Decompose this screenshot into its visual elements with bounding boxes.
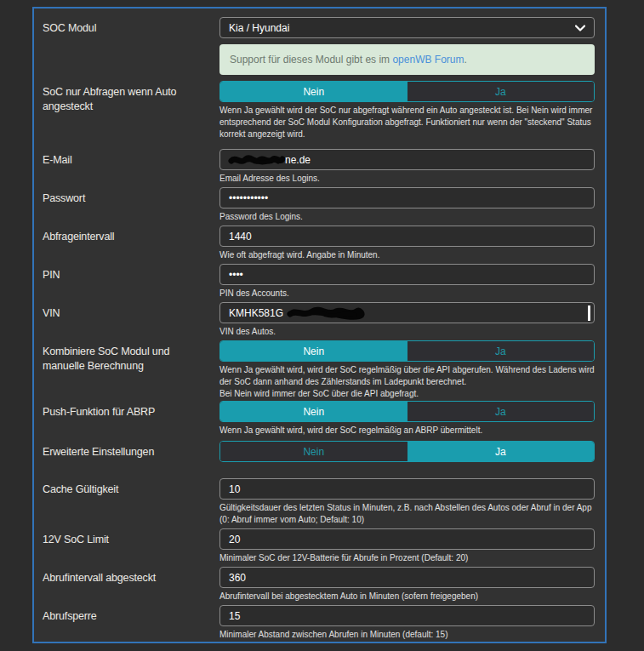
kombiniere-help-line1: Wenn Ja gewählt wird, wird der SoC regel… bbox=[219, 364, 595, 388]
cache-field[interactable] bbox=[219, 478, 595, 500]
row-abrp: Push-Funktion für ABRP Nein Ja Wenn Ja g… bbox=[43, 401, 595, 437]
soc-modul-label: SOC Modul bbox=[43, 17, 219, 75]
soc-module-settings-panel: SOC Modul Kia / Hyundai Support für dies… bbox=[32, 7, 607, 643]
cache-help: Gültigkeitsdauer des letzten Status in M… bbox=[219, 502, 595, 526]
row-erweitert: Erweiterte Einstellungen Nein Ja bbox=[43, 441, 595, 462]
redaction-scribble bbox=[287, 306, 365, 319]
support-info-alert: Support für dieses Modul gibt es im open… bbox=[219, 44, 595, 75]
soc-modul-selected-value: Kia / Hyundai bbox=[229, 22, 289, 34]
passwort-field[interactable] bbox=[219, 187, 595, 208]
row-soc-modul: SOC Modul Kia / Hyundai Support für dies… bbox=[43, 17, 595, 75]
soc-nur-angesteckt-help: Wenn Ja gewählt wird der SoC nur abgefra… bbox=[219, 105, 595, 140]
toggle-option-nein[interactable]: Nein bbox=[220, 402, 407, 421]
email-help: Email Adresse des Logins. bbox=[219, 173, 595, 185]
row-12v-limit: 12V SoC Limit Minimaler SoC der 12V-Batt… bbox=[43, 528, 595, 564]
abrp-toggle: Nein Ja bbox=[219, 401, 595, 422]
toggle-option-ja[interactable]: Ja bbox=[407, 341, 595, 361]
abrufsperre-label: Abrufsperre bbox=[43, 605, 219, 641]
text-cursor bbox=[588, 306, 590, 321]
soc-nur-angesteckt-label: SoC nur Abfragen wenn Auto angesteckt bbox=[43, 81, 219, 140]
kombiniere-help-line2: Bei Nein wird immer der SoC über die API… bbox=[219, 388, 595, 400]
email-visible-tail: ne.de bbox=[285, 154, 311, 166]
abruf-abgesteckt-help: Abrufintervall bei abgestecktem Auto in … bbox=[219, 591, 595, 602]
abfrageintervall-label: Abfrageintervall bbox=[43, 226, 219, 261]
abrufsperre-help: Minimaler Abstand zwischen Abrufen in Mi… bbox=[219, 629, 595, 641]
kombiniere-toggle: Nein Ja bbox=[219, 340, 595, 362]
toggle-option-ja[interactable]: Ja bbox=[407, 82, 595, 101]
toggle-option-ja[interactable]: Ja bbox=[407, 402, 595, 421]
kombiniere-label: Kombiniere SoC Modul und manuelle Berech… bbox=[43, 340, 219, 400]
passwort-help: Password des Logins. bbox=[219, 211, 595, 223]
soc-modul-select[interactable]: Kia / Hyundai bbox=[219, 17, 595, 38]
vin-visible-head: KMHK581G bbox=[229, 307, 283, 319]
support-alert-text: Support für dieses Modul gibt es im bbox=[230, 54, 392, 66]
vin-field[interactable]: KMHK581G bbox=[219, 302, 595, 323]
row-cache: Cache Gültigkeit Gültigkeitsdauer des le… bbox=[43, 478, 595, 526]
abrufsperre-field[interactable] bbox=[219, 605, 595, 626]
abfrageintervall-help: Wie oft abgefragt wird. Angabe in Minute… bbox=[219, 249, 595, 261]
passwort-label: Passwort bbox=[43, 187, 219, 223]
row-passwort: Passwort Password des Logins. bbox=[43, 187, 595, 223]
abruf-abgesteckt-label: Abrufintervall abgesteckt bbox=[43, 567, 219, 602]
soc-nur-angesteckt-toggle: Nein Ja bbox=[219, 81, 595, 102]
abfrageintervall-field[interactable] bbox=[219, 226, 595, 247]
vin-help: VIN des Autos. bbox=[219, 326, 595, 338]
erweitert-label: Erweiterte Einstellungen bbox=[43, 441, 219, 462]
erweitert-toggle: Nein Ja bbox=[219, 441, 595, 462]
support-alert-suffix: . bbox=[464, 54, 466, 66]
row-abfrageintervall: Abfrageintervall Wie oft abgefragt wird.… bbox=[43, 226, 595, 261]
pin-field[interactable] bbox=[219, 264, 595, 285]
pin-help: PIN des Accounts. bbox=[219, 288, 595, 300]
row-vin: VIN KMHK581G VIN des Autos. bbox=[43, 302, 595, 338]
email-field[interactable]: ne.de bbox=[219, 149, 595, 170]
toggle-option-nein[interactable]: Nein bbox=[220, 82, 407, 101]
toggle-option-ja[interactable]: Ja bbox=[407, 442, 595, 461]
openwb-forum-link[interactable]: openWB Forum bbox=[392, 54, 464, 66]
email-label: E-Mail bbox=[43, 149, 219, 185]
abrp-label: Push-Funktion für ABRP bbox=[43, 401, 219, 437]
row-soc-nur-angesteckt: SoC nur Abfragen wenn Auto angesteckt Ne… bbox=[43, 81, 595, 140]
row-email: E-Mail ne.de Email Adresse des Logins. bbox=[43, 149, 595, 185]
abruf-abgesteckt-field[interactable] bbox=[219, 567, 595, 588]
kombiniere-help: Wenn Ja gewählt wird, wird der SoC regel… bbox=[219, 364, 595, 400]
toggle-option-nein[interactable]: Nein bbox=[220, 341, 407, 361]
abrp-help: Wenn Ja gewählt wird, wird der SoC regel… bbox=[219, 425, 595, 437]
row-kombiniere: Kombiniere SoC Modul und manuelle Berech… bbox=[43, 340, 595, 400]
12v-limit-field[interactable] bbox=[219, 528, 595, 550]
vin-label: VIN bbox=[43, 302, 219, 338]
redaction-scribble bbox=[229, 154, 285, 166]
row-abruf-abgesteckt: Abrufintervall abgesteckt Abrufintervall… bbox=[43, 567, 595, 602]
cache-label: Cache Gültigkeit bbox=[43, 478, 219, 526]
12v-limit-help: Minimaler SoC der 12V-Batterie für Abruf… bbox=[219, 552, 595, 564]
row-abrufsperre: Abrufsperre Minimaler Abstand zwischen A… bbox=[43, 605, 595, 641]
row-pin: PIN PIN des Accounts. bbox=[43, 264, 595, 300]
pin-label: PIN bbox=[43, 264, 219, 300]
12v-limit-label: 12V SoC Limit bbox=[43, 528, 219, 564]
toggle-option-nein[interactable]: Nein bbox=[220, 442, 407, 461]
chevron-down-icon bbox=[575, 22, 585, 34]
